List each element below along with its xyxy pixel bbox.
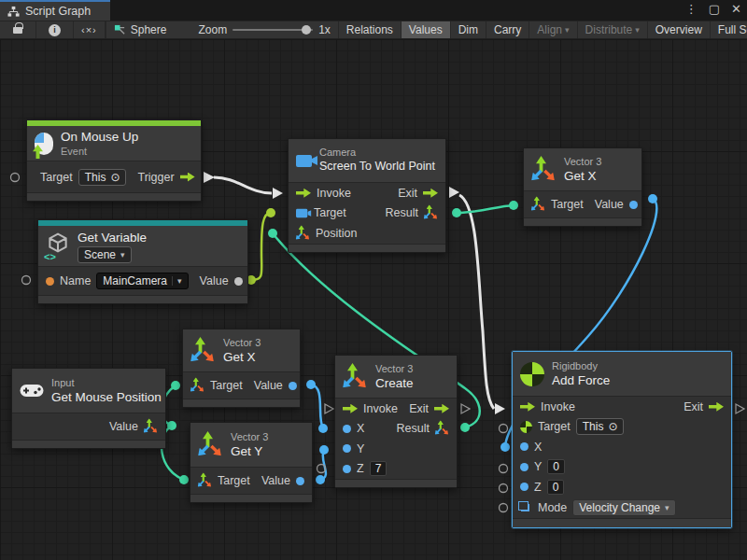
invoke-flow-port[interactable]	[343, 404, 358, 413]
fullscreen-button[interactable]: Full Screen	[711, 21, 747, 38]
x-label: X	[357, 422, 364, 435]
value-port[interactable]	[629, 201, 638, 209]
variables-button[interactable]: ‹×›	[74, 21, 106, 38]
lock-button[interactable]	[0, 21, 36, 38]
exit-label: Exit	[398, 187, 417, 200]
zoom-slider[interactable]	[233, 29, 313, 31]
node-get-y[interactable]: Vector 3 Get Y Target Value	[190, 422, 313, 503]
relations-label: Relations	[346, 23, 393, 36]
camera-port-icon[interactable]	[296, 209, 307, 217]
dim-button[interactable]: Dim	[451, 21, 486, 38]
z-label: Z	[534, 481, 542, 494]
node-title: Get Variable	[78, 230, 147, 245]
z-label: Z	[357, 462, 364, 475]
close-icon[interactable]: ✕	[731, 2, 741, 17]
overview-button[interactable]: Overview	[648, 21, 711, 38]
node-footer	[513, 518, 731, 527]
value-label: Value	[254, 379, 283, 392]
variable-scope-dropdown[interactable]: Scene▾	[78, 246, 132, 263]
target-label: Target	[314, 206, 346, 219]
z-value-field[interactable]: 7	[370, 461, 388, 476]
target-label: Target	[538, 420, 571, 433]
y-label: Y	[357, 442, 364, 455]
maximize-icon[interactable]: ▢	[709, 2, 720, 17]
x-port[interactable]	[520, 442, 529, 451]
vector3-icon	[198, 433, 223, 457]
z-value-field[interactable]: 0	[547, 480, 565, 495]
value-port[interactable]	[234, 277, 243, 286]
node-get-x-mid[interactable]: Vector 3 Get X Target Value	[182, 329, 301, 408]
vector3-port-icon[interactable]	[531, 197, 546, 211]
chevron-down-icon: ▾	[565, 25, 570, 35]
title-bar: Script Graph ⋮ ▢ ✕	[0, 0, 747, 21]
carry-button[interactable]: Carry	[486, 21, 529, 38]
invoke-flow-port[interactable]	[296, 189, 311, 198]
graph-breadcrumb[interactable]: Sphere	[106, 21, 175, 38]
z-port[interactable]	[520, 483, 529, 491]
lock-icon	[13, 27, 22, 34]
y-value-field[interactable]: 0	[547, 459, 565, 474]
code-icon: ‹×›	[81, 24, 97, 35]
values-button[interactable]: Values	[402, 21, 451, 38]
value-label: Value	[109, 420, 138, 433]
invoke-label: Invoke	[317, 187, 351, 200]
name-port[interactable]	[46, 277, 54, 286]
vector3-port-icon[interactable]	[190, 378, 205, 392]
y-port[interactable]	[520, 463, 529, 471]
x-label: X	[534, 441, 542, 454]
value-port[interactable]	[296, 477, 304, 485]
exit-flow-port[interactable]	[709, 402, 724, 412]
vector3-port-icon[interactable]	[424, 206, 439, 220]
mode-label: Mode	[538, 501, 567, 514]
exit-flow-port[interactable]	[423, 189, 438, 198]
value-port[interactable]	[289, 382, 297, 390]
z-port[interactable]	[343, 465, 351, 473]
target-self-chip[interactable]: This⊙	[576, 418, 625, 435]
gamepad-icon	[20, 383, 44, 399]
tab-script-graph[interactable]: Script Graph	[0, 0, 110, 21]
vector3-port-icon[interactable]	[435, 422, 450, 436]
node-type: Vector 3	[231, 431, 268, 443]
graph-canvas[interactable]: On Mouse Up Event Target This⊙ Trigger	[0, 39, 747, 560]
vector3-port-icon[interactable]	[144, 419, 159, 433]
target-label: Target	[210, 379, 243, 392]
node-on-mouse-up[interactable]: On Mouse Up Event Target This⊙ Trigger	[26, 119, 202, 202]
node-title: Get Y	[231, 443, 268, 459]
x-port[interactable]	[343, 425, 351, 433]
distribute-label: Distribute	[585, 23, 633, 36]
zoom-slider-handle[interactable]	[302, 25, 311, 35]
relations-button[interactable]: Relations	[339, 21, 402, 38]
exit-flow-port[interactable]	[434, 404, 449, 413]
node-screen-to-world-point[interactable]: Camera Screen To World Point Invoke Exit…	[288, 138, 446, 253]
invoke-flow-port[interactable]	[520, 402, 535, 412]
node-get-variable[interactable]: <> Get Variable Scene▾ Name MainCamera▾ …	[37, 219, 248, 304]
node-subtitle: Event	[61, 145, 138, 158]
dim-label: Dim	[458, 23, 478, 36]
vector3-port-icon[interactable]	[198, 473, 213, 487]
vector3-icon	[531, 158, 557, 182]
trigger-flow-port[interactable]	[180, 173, 195, 182]
value-label: Value	[261, 474, 290, 487]
force-mode-dropdown[interactable]: Velocity Change▾	[572, 499, 675, 516]
name-port-label: Name	[60, 274, 91, 287]
vector3-icon	[343, 365, 368, 389]
node-get-x-top[interactable]: Vector 3 Get X Target Value	[523, 147, 642, 227]
align-dropdown[interactable]: Align▾	[529, 21, 577, 38]
target-self-chip[interactable]: This⊙	[78, 169, 127, 186]
vector3-port-icon[interactable]	[296, 226, 311, 240]
rigidbody-icon	[520, 362, 544, 386]
node-type: Vector 3	[223, 337, 261, 349]
inspect-button[interactable]: i	[36, 21, 74, 38]
distribute-dropdown[interactable]: Distribute▾	[578, 21, 648, 38]
target-icon: ⊙	[608, 420, 617, 433]
y-port[interactable]	[343, 444, 351, 453]
node-vector3-create[interactable]: Vector 3 Create Invoke Exit X Result	[334, 355, 458, 488]
variable-name-dropdown[interactable]: MainCamera▾	[96, 273, 188, 289]
node-add-force[interactable]: Rigidbody Add Force Invoke Exit Target T…	[512, 351, 732, 528]
values-label: Values	[409, 23, 443, 36]
camera-icon	[296, 155, 312, 167]
window-menu-icon[interactable]: ⋮	[685, 2, 698, 17]
node-type: Vector 3	[375, 363, 414, 375]
node-get-mouse-position[interactable]: Input Get Mouse Position Value	[11, 368, 166, 449]
rigidbody-port-icon[interactable]	[520, 421, 532, 433]
